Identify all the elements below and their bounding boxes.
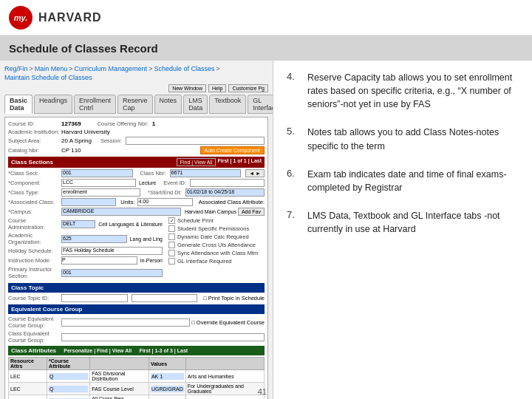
help-button[interactable]: Help [208, 84, 226, 92]
course-topic-label: Course Topic ID: [8, 295, 60, 301]
tab-lms[interactable]: LMS Data [183, 95, 208, 114]
class-sect-label: *Class Sect: [8, 170, 60, 177]
class-nbr-input[interactable]: 6671 [170, 169, 242, 177]
primary-instr-input[interactable]: 001 [61, 269, 163, 277]
page-number: 41 [258, 387, 267, 396]
item-number-7: 7. [287, 209, 300, 220]
course-id-label: Course ID: [8, 120, 60, 127]
checkbox-cross-uts: Generate Cross Uts Attendance [168, 242, 265, 248]
list-item-4: 4. Reserve Capacity tab allows you to se… [287, 71, 519, 111]
checkbox-student-perms: Student Specific Permissions [168, 225, 265, 232]
header: my. HARVARD [0, 0, 532, 35]
right-panel: 4. Reserve Capacity tab allows you to se… [273, 61, 532, 399]
catalog-nbr-label: Catalog Nbr: [8, 147, 60, 154]
list-item-7: 7. LMS Data, Textbook and GL Interface t… [287, 209, 519, 236]
form-area: Course ID: 127369 Course Offering Nbr: 1… [4, 117, 268, 399]
course-topic-desc[interactable] [132, 294, 198, 302]
course-equiv-label: Course Equivalent Course Group: [8, 316, 60, 329]
class-sections-header: Class Sections Find | View All First | 1… [8, 157, 265, 168]
checkbox-schedule-print: ✓ Schedule Print [168, 217, 265, 224]
item-text-6: Exam tab indicates date and time of fina… [307, 168, 519, 194]
assoc-class-input[interactable] [61, 198, 116, 206]
units-input[interactable]: 4.00 [137, 198, 192, 206]
acad-org-label: Academic Organization: [8, 232, 60, 245]
tab-textbook[interactable]: Textbook [209, 95, 246, 114]
tab-reserve-cap[interactable]: Reserve Cap [117, 95, 153, 114]
offering-nbr-value: 1 [152, 120, 155, 127]
equiv-course-header: Equivalent Course Group [8, 304, 265, 314]
class-topic-header: Class Topic [8, 283, 265, 293]
item-text-7: LMS Data, Textbook and GL Interface tabs… [307, 209, 519, 236]
new-window-button[interactable]: New Window [168, 84, 206, 92]
start-end-input[interactable]: 01/02/18 to 04/25/18 [185, 188, 265, 197]
campus-input[interactable]: CAMBRIDGE [61, 208, 181, 216]
tab-enrollment[interactable]: Enrollment Cntrl [74, 95, 116, 114]
tab-notes[interactable]: Notes [154, 95, 183, 114]
acad-inst-value: Harvard University [61, 129, 110, 135]
breadcrumb: Reg/Fin > Main Menu > Curriculum Managem… [4, 65, 268, 81]
acad-org-input[interactable]: 625 [61, 235, 127, 243]
course-topic-input[interactable] [61, 294, 128, 302]
acad-inst-label: Academic Institution: [8, 129, 60, 135]
class-type-label: *Class Type: [8, 189, 60, 196]
checkbox-gl-interface: GL Interface Required [168, 258, 265, 265]
course-admin-label: Course Administration: [8, 217, 60, 231]
item-text-5: Notes tab allows you to add Class Notes-… [307, 126, 519, 152]
table-row: LEC Q FAS Course Level UGRD/GRAD For Und… [9, 383, 265, 395]
class-sect-input[interactable]: 001 [61, 169, 133, 177]
class-type-input[interactable]: enrollment [61, 188, 140, 197]
instruction-mode-input[interactable]: P [61, 256, 137, 265]
course-equiv-input[interactable] [61, 318, 190, 327]
tab-gl[interactable]: GL Interface [248, 95, 273, 114]
auto-create-button[interactable]: Auto Create Component [200, 146, 265, 154]
logo-icon: my. [9, 6, 33, 30]
assoc-class-label: *Associated Class: [8, 199, 60, 205]
checkbox-sync-attendance: Sync Attendance with Class Mtm [168, 250, 265, 256]
class-attributes-table: Resource Attrs *Course Attribute Values … [8, 357, 265, 399]
offering-nbr-label: Course Offering Nbr: [98, 120, 149, 127]
subject-area-value: 20 A Spring [61, 137, 92, 144]
main-content: Reg/Fin > Main Menu > Curriculum Managem… [0, 61, 532, 399]
list-item-6: 6. Exam tab indicates date and time of f… [287, 168, 519, 194]
org-name: HARVARD [38, 11, 102, 24]
table-row: XRT Q All Cross Reg Availability Availab… [9, 395, 265, 400]
class-nbr-nav[interactable]: ◄ ► [245, 169, 265, 177]
holiday-sched-input[interactable]: FAS Holiday Schedule [61, 247, 163, 255]
page-title-bar: Schedule of Classes Record [0, 35, 532, 61]
course-admin-input[interactable]: DELT [61, 220, 95, 228]
tab-basic-data[interactable]: Basic Data [4, 95, 33, 114]
table-row: LEC Q FAS Divisional Distribution AK 1 A… [9, 370, 265, 383]
primary-instr-label: Primary Instructor Section: [8, 266, 60, 279]
component-label: *Component: [8, 180, 60, 186]
checkbox-dynamic-date: Dynamic Date Calc Required [168, 233, 265, 240]
holiday-sched-label: Holiday Schedule: [8, 248, 60, 254]
component-input[interactable]: LCC [61, 179, 136, 187]
course-id-value: 127369 [61, 120, 81, 127]
session-input[interactable] [126, 137, 265, 145]
list-item-5: 5. Notes tab allows you to add Class Not… [287, 126, 519, 152]
event-id-input[interactable] [190, 179, 265, 187]
class-equiv-label: Class Equivalent Course Group: [8, 330, 60, 344]
session-label: Session: [100, 137, 122, 144]
instruction-mode-label: Instruction Mode: [8, 257, 60, 264]
find-all-button[interactable]: Find | View All [177, 158, 216, 166]
item-number-5: 5. [287, 126, 300, 137]
subject-area-label: Subject Area: [8, 137, 60, 144]
page-title: Schedule of Classes Record [9, 42, 158, 55]
catalog-nbr-value: CP 110 [61, 147, 81, 154]
class-attr-header: Class Attributes Personalize | Find | Vi… [8, 346, 265, 355]
item-text-4: Reserve Capacity tab allows you to set e… [307, 71, 519, 111]
logo-area: my. HARVARD [9, 6, 102, 30]
left-panel: Reg/Fin > Main Menu > Curriculum Managem… [0, 61, 273, 399]
add-fav-button[interactable]: Add Fav [238, 208, 265, 216]
tab-headings[interactable]: Headings [34, 95, 72, 114]
customize-button[interactable]: Customize Pg [228, 84, 268, 92]
item-number-4: 4. [287, 71, 300, 82]
class-equiv-input[interactable] [61, 333, 265, 341]
tabs-row: Basic Data Headings Enrollment Cntrl Res… [4, 95, 268, 114]
item-number-6: 6. [287, 168, 300, 179]
campus-label: *Campus: [8, 208, 60, 215]
